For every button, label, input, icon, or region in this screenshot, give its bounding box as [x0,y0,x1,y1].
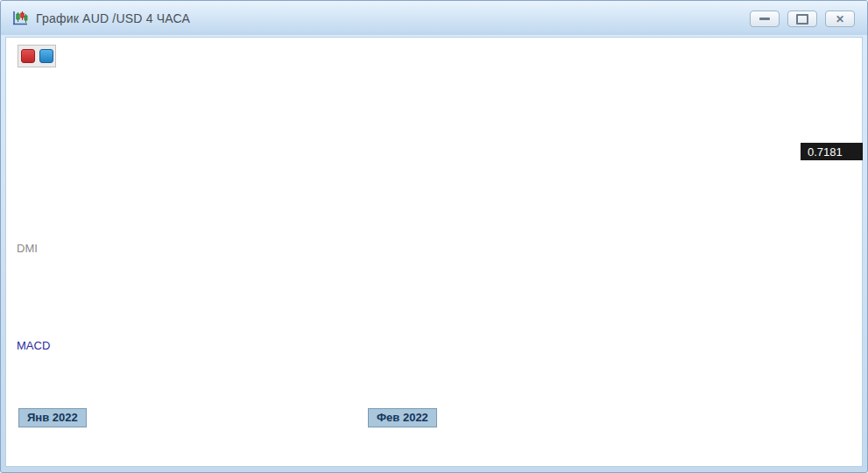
close-button[interactable]: ✕ [825,11,855,27]
title-bar: График AUD /USD 4 ЧАСА ✕ [1,1,867,35]
minimize-icon [759,18,770,20]
blue-marker-button[interactable] [39,49,53,63]
maximize-icon [796,14,808,25]
shapes-toolbar [18,45,56,67]
chart-window: График AUD /USD 4 ЧАСА ✕ DMI MACD 0.7181… [0,0,868,473]
month-tag-jan: Янв 2022 [18,408,87,427]
axis-tick-strip [801,40,808,436]
maximize-button[interactable] [787,11,817,27]
candlestick-chart-icon [11,10,29,27]
dmi-label: DMI [17,242,38,255]
current-price-tag: 0.7181 [801,143,863,160]
macd-label: MACD [17,339,50,352]
close-icon: ✕ [836,13,844,25]
month-tag-feb: Фев 2022 [368,408,437,427]
price-chart-panel[interactable] [13,40,801,236]
window-title: График AUD /USD 4 ЧАСА [36,11,190,25]
time-axis [1,439,868,462]
dmi-panel[interactable] [13,239,801,332]
minimize-button[interactable] [750,11,780,27]
red-marker-button[interactable] [21,49,35,63]
